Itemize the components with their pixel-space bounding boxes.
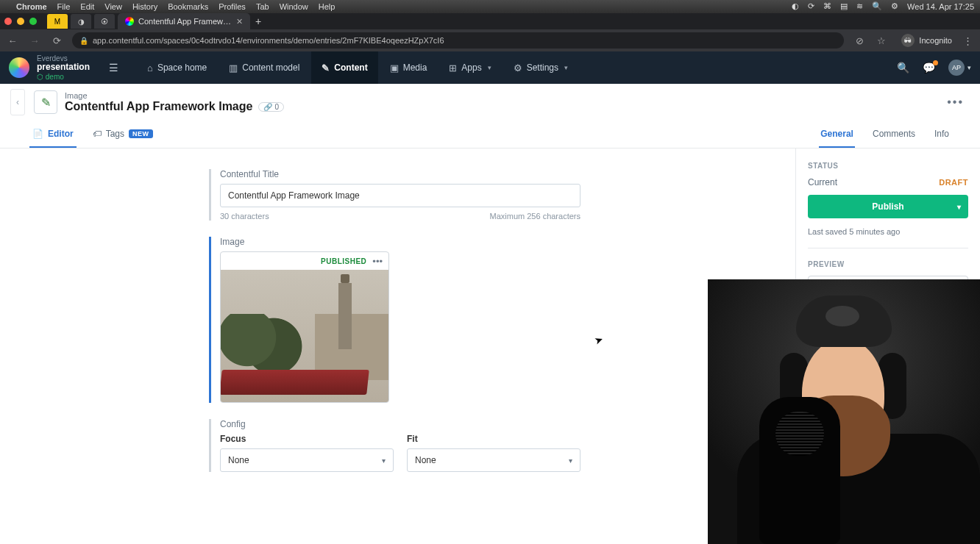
back-button[interactable]: ‹ (10, 89, 25, 115)
fit-select[interactable]: None ▾ (407, 448, 580, 472)
menubar-search-icon[interactable]: 🔍 (872, 1, 882, 11)
address-bar[interactable]: 🔒 app.contentful.com/spaces/0c4odtrvdo14… (72, 32, 844, 49)
focus-label: Focus (220, 434, 394, 444)
tag-icon: 🏷 (93, 129, 102, 139)
entry-actions-menu[interactable]: ••• (941, 93, 970, 112)
pinned-tab[interactable]: ◑ (71, 14, 91, 29)
tab-tags[interactable]: 🏷TagsNEW (90, 121, 156, 148)
window-close-icon[interactable] (4, 18, 12, 25)
env-name: ⬡ demo (37, 73, 90, 81)
menubar-status-icon[interactable]: ⟳ (808, 1, 814, 11)
current-label: Current (808, 177, 837, 187)
asset-thumbnail (221, 270, 388, 402)
menubar-view[interactable]: View (104, 2, 122, 11)
asset-actions-icon[interactable]: ••• (372, 256, 383, 267)
tab-general[interactable]: General (819, 121, 855, 148)
nav-settings[interactable]: ⚙Settings▾ (503, 51, 578, 84)
asset-card[interactable]: PUBLISHED ••• (220, 251, 389, 403)
menubar-help[interactable]: Help (319, 2, 335, 11)
gear-icon: ⚙ (514, 62, 522, 74)
contentful-logo-icon[interactable] (9, 57, 29, 78)
tab-editor[interactable]: 📄Editor (29, 121, 77, 148)
entry-title: Contentful App Framework Image (65, 100, 252, 113)
references-badge[interactable]: 🔗0 (258, 102, 284, 112)
bookmark-star-icon[interactable]: ☆ (875, 35, 888, 46)
menubar-bookmarks[interactable]: Bookmarks (168, 2, 208, 11)
window-controls (4, 18, 37, 25)
editor-pane: Contentful Title 30 characters Maximum 2… (0, 148, 796, 544)
field-label: Image (220, 237, 592, 247)
tab-comments[interactable]: Comments (871, 121, 917, 148)
publish-button[interactable]: Publish ▾ (808, 195, 968, 218)
chevron-down-icon: ▾ (957, 203, 961, 211)
chevron-down-icon: ▾ (382, 457, 386, 465)
tab-close-icon[interactable]: ✕ (236, 17, 243, 26)
pinned-tab[interactable]: ⦿ (94, 14, 115, 29)
tab-info[interactable]: Info (933, 121, 951, 148)
nav-space-home[interactable]: ⌂Space home (137, 51, 217, 84)
menubar-clock[interactable]: Wed 14. Apr 17:25 (907, 2, 974, 11)
notification-dot-icon (933, 60, 938, 65)
pinned-tab[interactable]: M (47, 14, 68, 29)
fit-label: Fit (407, 434, 580, 444)
media-icon: ▣ (390, 62, 399, 74)
nav-forward-icon[interactable]: → (28, 35, 41, 46)
menubar-status-icon[interactable]: ▤ (840, 1, 848, 11)
space-menu-icon[interactable]: ☰ (103, 57, 124, 78)
menubar-tab[interactable]: Tab (256, 2, 269, 11)
nav-reload-icon[interactable]: ⟳ (50, 35, 63, 46)
tab-title: Contentful App Framework Im… (138, 17, 232, 26)
field-config: Config Focus None ▾ Fit None ▾ (209, 419, 592, 472)
menubar-window[interactable]: Window (280, 2, 308, 11)
menubar-app[interactable]: Chrome (16, 2, 47, 11)
menubar-file[interactable]: File (57, 2, 71, 11)
translate-icon[interactable]: ⊘ (853, 35, 866, 46)
user-menu[interactable]: AP ▾ (948, 60, 971, 76)
menubar-status-icon[interactable]: ⌘ (823, 1, 831, 11)
window-zoom-icon[interactable] (29, 18, 37, 25)
menubar-control-center-icon[interactable]: ⚙ (891, 1, 898, 11)
home-icon: ⌂ (147, 62, 153, 74)
chevron-down-icon: ▾ (488, 64, 491, 71)
menubar-wifi-icon[interactable]: ≋ (856, 1, 863, 11)
notifications-icon[interactable]: 💬 (923, 62, 935, 74)
window-minimize-icon[interactable] (17, 18, 24, 25)
status-badge: DRAFT (939, 178, 968, 187)
title-input[interactable] (220, 184, 580, 207)
nav-content[interactable]: ✎Content (311, 51, 377, 84)
new-tab-button[interactable]: + (250, 13, 266, 29)
new-badge: NEW (129, 129, 153, 138)
menubar-profiles[interactable]: Profiles (219, 2, 246, 11)
browser-menu-icon[interactable]: ⋮ (961, 35, 974, 46)
browser-tab-active[interactable]: Contentful App Framework Im… ✕ (118, 13, 250, 29)
field-image: Image PUBLISHED ••• (209, 237, 592, 403)
editor-icon: 📄 (32, 129, 43, 139)
nav-apps[interactable]: ⊞Apps▾ (438, 51, 501, 84)
content-type-icon: ✎ (34, 90, 57, 114)
menubar-history[interactable]: History (132, 2, 157, 11)
space-switcher[interactable]: Everdevs presentation ⬡ demo (37, 54, 90, 80)
incognito-label: Incognito (919, 36, 952, 45)
incognito-indicator[interactable]: 🕶 Incognito (901, 34, 952, 47)
browser-tabstrip: M ◑ ⦿ Contentful App Framework Im… ✕ + (0, 13, 980, 29)
content-icon: ✎ (322, 62, 330, 74)
url-text: app.contentful.com/spaces/0c4odtrvdo14/e… (93, 36, 444, 45)
char-count: 30 characters (220, 212, 269, 221)
nav-back-icon[interactable]: ← (6, 35, 19, 46)
sidebar-heading-status: STATUS (808, 162, 968, 170)
nav-content-model[interactable]: ▥Content model (219, 51, 310, 84)
chevron-down-icon: ▾ (564, 64, 568, 71)
search-icon[interactable]: 🔍 (897, 62, 909, 74)
sidebar-heading-preview: PREVIEW (808, 260, 968, 268)
content-type-label: Image (65, 91, 284, 100)
menubar-edit[interactable]: Edit (80, 2, 94, 11)
field-label: Contentful Title (220, 169, 592, 179)
focus-select[interactable]: None ▾ (220, 448, 394, 472)
model-icon: ▥ (229, 62, 238, 74)
field-title: Contentful Title 30 characters Maximum 2… (209, 169, 592, 221)
nav-media[interactable]: ▣Media (380, 51, 438, 84)
link-icon: 🔗 (263, 103, 272, 111)
entry-tabs: 📄Editor 🏷TagsNEW General Comments Info (0, 121, 980, 148)
mac-menubar: Chrome File Edit View History Bookmarks … (0, 0, 980, 13)
menubar-status-icon[interactable]: ◐ (792, 1, 799, 11)
